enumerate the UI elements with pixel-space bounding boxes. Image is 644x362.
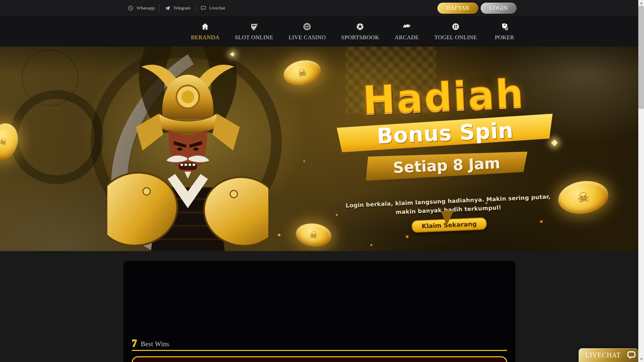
scrollbar-thumb[interactable] <box>638 6 644 109</box>
whatsapp-label: Whatsapp <box>137 5 155 11</box>
shark-icon <box>402 22 411 31</box>
livechat-link[interactable]: Livechat <box>200 5 225 11</box>
nav-item-live-casino[interactable]: LIVE CASINO <box>288 22 326 41</box>
content-section: 7 Best Wins <box>0 251 644 362</box>
triangle-up-icon <box>640 2 643 4</box>
livechat-label: Livechat <box>209 5 225 11</box>
poker-cards-icon <box>500 22 509 31</box>
social-links: Whatsapp Telegram Livechat <box>127 4 225 12</box>
gold-divider <box>132 350 507 351</box>
daftar-button[interactable]: DAFTAR <box>437 3 478 14</box>
telegram-link[interactable]: Telegram <box>164 5 191 11</box>
skull-emblem: ☠ <box>309 229 319 241</box>
promo-schedule-text: Setiap 8 Jam <box>393 154 500 177</box>
svg-text:777: 777 <box>252 24 256 26</box>
section-title: Best Wins <box>141 340 169 348</box>
livechat-icon <box>200 5 207 11</box>
nav-item-beranda[interactable]: BERANDA <box>191 22 219 41</box>
login-button[interactable]: LOGIN <box>481 3 517 14</box>
skull-emblem: ☠ <box>297 66 308 79</box>
gold-coin: ☠ <box>281 57 323 88</box>
livechat-widget[interactable]: LIVECHAT <box>579 348 638 362</box>
scrollbar[interactable] <box>638 0 644 362</box>
scrollbar-down-button[interactable] <box>638 356 644 362</box>
nav-item-poker[interactable]: POKER <box>492 22 517 41</box>
page: Whatsapp Telegram Livechat <box>0 0 644 362</box>
skull-emblem: ☠ <box>0 136 8 148</box>
best-wins-card: 7 Best Wins <box>123 261 516 362</box>
decor-sparks <box>0 47 1 48</box>
livechat-widget-label: LIVECHAT <box>585 351 621 359</box>
telegram-label: Telegram <box>173 5 191 11</box>
whatsapp-icon <box>127 5 134 11</box>
samurai-graphic <box>107 47 268 251</box>
seven-icon: 7 <box>132 339 137 348</box>
promo-schedule: Setiap 8 Jam <box>365 149 529 181</box>
roulette-icon <box>303 22 312 31</box>
nav-item-togel-online[interactable]: TOGEL ONLINE <box>434 22 477 41</box>
home-icon <box>201 22 210 31</box>
nav-label: BERANDA <box>191 34 219 41</box>
scrollbar-up-button[interactable] <box>638 0 644 6</box>
nav-item-slot-online[interactable]: 777 SLOT ONLINE <box>235 22 273 41</box>
nav-label: LIVE CASINO <box>288 34 326 41</box>
nav-label: TOGEL ONLINE <box>434 34 477 41</box>
hero-banner: ☠ ☠ ☠ ☠ Hadiah Bonus Spin Setiap 8 Jam L… <box>0 47 644 251</box>
promo-subheadline-text: Bonus Spin <box>376 118 514 148</box>
soccer-ball-icon <box>356 22 365 31</box>
nav-label: ARCADE <box>395 34 419 41</box>
whatsapp-link[interactable]: Whatsapp <box>127 5 155 11</box>
best-wins-header: 7 Best Wins <box>132 339 169 348</box>
auth-buttons: DAFTAR LOGIN <box>437 3 517 14</box>
gold-coin: ☠ <box>294 222 332 248</box>
wins-marquee-box <box>132 356 507 362</box>
divider <box>159 4 160 12</box>
topbar: Whatsapp Telegram Livechat <box>0 0 644 16</box>
slot-machine-icon: 777 <box>250 22 259 31</box>
main-nav: BERANDA 777 SLOT ONLINE <box>0 16 644 47</box>
nav-item-arcade[interactable]: ARCADE <box>395 22 419 41</box>
triangle-down-icon <box>640 358 643 360</box>
gold-coin: ☠ <box>556 178 610 217</box>
lottery-ball-icon <box>451 22 460 31</box>
chat-bubble-icon <box>627 351 636 360</box>
nav-item-sportsbook[interactable]: SPORTSBOOK <box>341 22 379 41</box>
promo-text-block: Hadiah Bonus Spin Setiap 8 Jam Login ber… <box>332 73 560 236</box>
divider <box>195 4 196 12</box>
nav-label: SPORTSBOOK <box>341 34 379 41</box>
promo-headline: Hadiah <box>332 73 555 121</box>
nav-label: SLOT ONLINE <box>235 34 273 41</box>
nav-label: POKER <box>495 34 514 41</box>
telegram-icon <box>164 5 171 11</box>
skull-emblem: ☠ <box>576 189 591 206</box>
